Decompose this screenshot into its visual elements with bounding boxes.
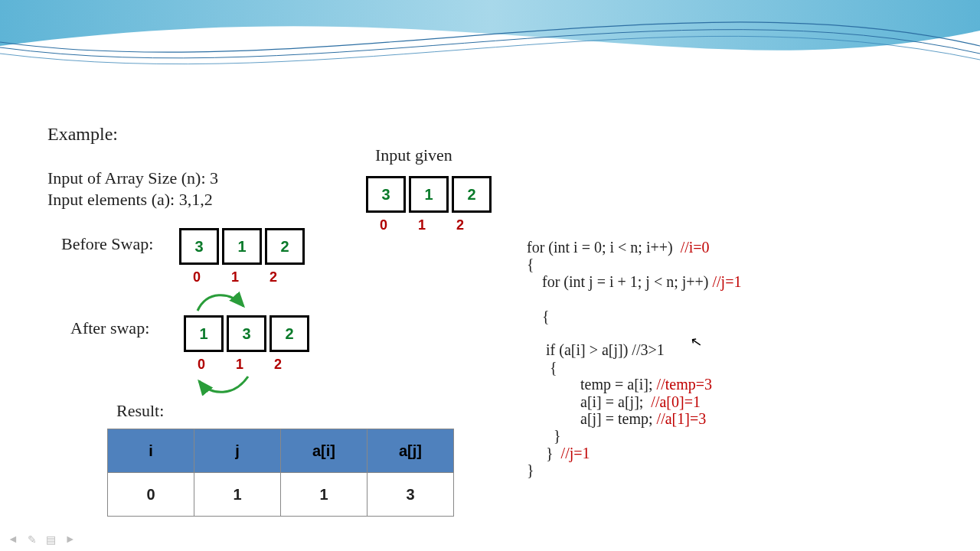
elements-line: Input elements (a): 3,1,2 [47,190,213,210]
array-cell: 2 [452,176,492,213]
code-comment: //j=1 [561,445,590,461]
array-cell: 3 [227,315,266,352]
input-array: 3 1 2 [366,176,492,213]
pen-icon[interactable]: ✎ [28,533,37,546]
array-index: 0 [184,357,219,373]
swap-arrow-top [184,288,276,315]
code-line: for (int i = 0; i < n; i++) [527,239,681,256]
code-line: a[j] = temp; [527,410,657,427]
result-label: Result: [116,401,164,421]
table-cell: 1 [281,473,368,517]
table-header: i [108,429,194,473]
table-header: a[i] [281,429,368,473]
array-cell: 3 [179,228,219,265]
array-size-line: Input of Array Size (n): 3 [47,168,218,188]
array-index: 0 [179,269,214,285]
array-cell: 1 [222,228,262,265]
code-comment: //temp=3 [657,376,712,393]
code-line: } [527,461,534,478]
input-indices: 0 1 2 [366,217,478,233]
code-line: } [527,427,561,444]
array-index: 0 [366,217,401,233]
result-table: i j a[i] a[j] 0 1 1 3 [107,429,454,517]
menu-icon[interactable]: ▤ [46,533,56,546]
table-cell: 1 [194,473,281,517]
code-line: if (a[i] > a[j]) //3>1 [527,341,665,358]
presenter-toolbar: ◄ ✎ ▤ ► [8,533,76,546]
array-cell: 3 [366,176,406,213]
after-swap-label: After swap: [70,318,149,338]
code-comment: //a[1]=3 [657,410,707,427]
code-comment: //j=1 [713,273,742,290]
code-comment: //i=0 [681,239,710,256]
table-cell: 0 [108,473,194,517]
array-index: 1 [217,269,253,285]
array-index: 1 [404,217,439,233]
before-array: 3 1 2 [179,228,305,265]
array-cell: 2 [270,315,309,352]
code-line: for (int j = i + 1; j < n; j++) [527,273,713,290]
array-index: 2 [443,217,478,233]
after-array: 1 3 2 [184,315,309,352]
prev-slide-icon[interactable]: ◄ [8,533,18,546]
array-index: 1 [222,357,257,373]
swap-arrow-bottom [188,373,280,401]
code-line: { [527,359,557,376]
array-cell: 1 [184,315,224,352]
array-index: 2 [256,269,291,285]
input-given-label: Input given [375,145,452,165]
array-cell: 2 [265,228,305,265]
code-line: { [527,308,550,324]
code-line: temp = a[i]; [527,376,657,393]
next-slide-icon[interactable]: ► [65,533,76,546]
code-line: } [527,445,561,461]
table-header: j [194,429,281,473]
before-swap-label: Before Swap: [61,234,153,254]
before-indices: 0 1 2 [179,269,291,285]
example-label: Example: [47,124,118,145]
code-comment: //a[0]=1 [651,393,701,410]
array-index: 2 [260,357,296,373]
array-cell: 1 [409,176,449,213]
table-header: a[j] [368,429,454,473]
code-line: a[i] = a[j]; [527,393,651,410]
code-line: { [527,256,534,272]
code-block: for (int i = 0; i < n; i++) //i=0 { for … [527,239,741,478]
table-cell: 3 [368,473,454,517]
after-indices: 0 1 2 [184,357,296,373]
